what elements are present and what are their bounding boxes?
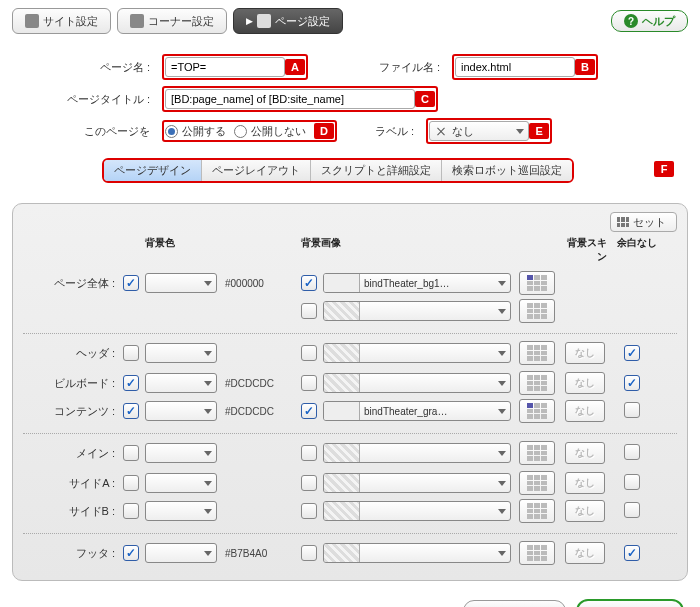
page-bgcolor-check[interactable] bbox=[123, 275, 139, 291]
cancel-button[interactable]: キャンセル bbox=[463, 600, 566, 607]
page-bgimg2-pos[interactable] bbox=[519, 299, 555, 323]
header-nomargin[interactable] bbox=[624, 345, 640, 361]
site-settings-tab[interactable]: サイト設定 bbox=[12, 8, 111, 34]
contents-bgimg-check[interactable] bbox=[301, 403, 317, 419]
main-bgimg-check[interactable] bbox=[301, 445, 317, 461]
label-value: なし bbox=[452, 124, 474, 139]
row-label-footer: フッタ : bbox=[23, 546, 123, 561]
sideB-skin[interactable] bbox=[565, 500, 605, 522]
site-icon bbox=[25, 14, 39, 28]
set-dropdown[interactable]: セット bbox=[610, 212, 677, 232]
contents-bgimg-pos[interactable] bbox=[519, 399, 555, 423]
footer-nomargin[interactable] bbox=[624, 545, 640, 561]
billboard-nomargin[interactable] bbox=[624, 375, 640, 391]
page-bgcolor-swatch[interactable] bbox=[145, 273, 217, 293]
row-label-header: ヘッダ : bbox=[23, 346, 123, 361]
radio-on-icon bbox=[165, 125, 178, 138]
sideA-skin[interactable] bbox=[565, 472, 605, 494]
header-bgcolor-check[interactable] bbox=[123, 345, 139, 361]
main-bgimg-pos[interactable] bbox=[519, 441, 555, 465]
billboard-bgcolor-text: #DCDCDC bbox=[225, 378, 301, 389]
main-bgcolor-swatch[interactable] bbox=[145, 443, 217, 463]
page-name-input[interactable] bbox=[165, 57, 285, 77]
site-tab-label: サイト設定 bbox=[43, 14, 98, 29]
contents-bgcolor-check[interactable] bbox=[123, 403, 139, 419]
tab-page-layout[interactable]: ページレイアウト bbox=[202, 160, 311, 181]
main-bgcolor-check[interactable] bbox=[123, 445, 139, 461]
tab-script-advanced[interactable]: スクリプトと詳細設定 bbox=[311, 160, 442, 181]
this-page-label: このページを bbox=[26, 124, 156, 139]
billboard-bgimg-select[interactable] bbox=[323, 373, 511, 393]
marker-c: C bbox=[415, 91, 435, 107]
page-bgimg2-check[interactable] bbox=[301, 303, 317, 319]
file-name-input[interactable] bbox=[455, 57, 575, 77]
corner-icon bbox=[130, 14, 144, 28]
sideA-bgcolor-swatch[interactable] bbox=[145, 473, 217, 493]
radio-off-icon bbox=[234, 125, 247, 138]
contents-bgcolor-swatch[interactable] bbox=[145, 401, 217, 421]
header-bgcolor-swatch[interactable] bbox=[145, 343, 217, 363]
hdr-nomargin: 余白なし bbox=[607, 236, 657, 264]
page-bgimg-pos[interactable] bbox=[519, 271, 555, 295]
sideB-bgimg-select[interactable] bbox=[323, 501, 511, 521]
tab-page-design[interactable]: ページデザイン bbox=[104, 160, 202, 181]
play-icon: ▶ bbox=[246, 16, 253, 26]
sideB-bgcolor-swatch[interactable] bbox=[145, 501, 217, 521]
sideB-bgcolor-check[interactable] bbox=[123, 503, 139, 519]
tab-robot[interactable]: 検索ロボット巡回設定 bbox=[442, 160, 572, 181]
ok-button[interactable]: O K bbox=[576, 599, 684, 607]
page-bgimg-check[interactable] bbox=[301, 275, 317, 291]
sideB-nomargin[interactable] bbox=[624, 502, 640, 518]
billboard-skin[interactable] bbox=[565, 372, 605, 394]
corner-settings-tab[interactable]: コーナー設定 bbox=[117, 8, 227, 34]
main-bgimg-select[interactable] bbox=[323, 443, 511, 463]
sideA-bgcolor-check[interactable] bbox=[123, 475, 139, 491]
billboard-bgimg-pos[interactable] bbox=[519, 371, 555, 395]
help-icon: ? bbox=[624, 14, 638, 28]
label-label: ラベル : bbox=[375, 124, 420, 139]
hdr-bgimage: 背景画像 bbox=[301, 236, 519, 264]
unpublish-radio[interactable]: 公開しない bbox=[234, 124, 306, 139]
footer-bgimg-check[interactable] bbox=[301, 545, 317, 561]
footer-bgcolor-swatch[interactable] bbox=[145, 543, 217, 563]
page-name-label: ページ名 : bbox=[26, 60, 156, 75]
label-dropdown[interactable]: なし bbox=[429, 121, 529, 141]
sideB-bgimg-pos[interactable] bbox=[519, 499, 555, 523]
marker-e: E bbox=[529, 123, 549, 139]
footer-bgimg-pos[interactable] bbox=[519, 541, 555, 565]
sideA-bgimg-select[interactable] bbox=[323, 473, 511, 493]
help-button[interactable]: ?ヘルプ bbox=[611, 10, 688, 32]
sideA-nomargin[interactable] bbox=[624, 474, 640, 490]
billboard-bgimg-check[interactable] bbox=[301, 375, 317, 391]
page-bgimg-select[interactable]: bindTheater_bg1… bbox=[323, 273, 511, 293]
sideA-bgimg-check[interactable] bbox=[301, 475, 317, 491]
footer-bgcolor-check[interactable] bbox=[123, 545, 139, 561]
header-bgimg-select[interactable] bbox=[323, 343, 511, 363]
footer-bgimg-select[interactable] bbox=[323, 543, 511, 563]
sideA-bgimg-pos[interactable] bbox=[519, 471, 555, 495]
page-bgimg2-select[interactable] bbox=[323, 301, 511, 321]
page-title-input[interactable] bbox=[165, 89, 415, 109]
corner-tab-label: コーナー設定 bbox=[148, 14, 214, 29]
billboard-bgcolor-check[interactable] bbox=[123, 375, 139, 391]
footer-skin[interactable] bbox=[565, 542, 605, 564]
row-label-sideB: サイドB : bbox=[23, 504, 123, 519]
contents-skin[interactable] bbox=[565, 400, 605, 422]
contents-nomargin[interactable] bbox=[624, 402, 640, 418]
row-label-main: メイン : bbox=[23, 446, 123, 461]
billboard-bgcolor-swatch[interactable] bbox=[145, 373, 217, 393]
unpublish-label: 公開しない bbox=[251, 124, 306, 139]
main-skin[interactable] bbox=[565, 442, 605, 464]
sideB-bgimg-check[interactable] bbox=[301, 503, 317, 519]
row-label-billboard: ビルボード : bbox=[23, 376, 123, 391]
hdr-bgskin: 背景スキン bbox=[565, 236, 607, 264]
page-settings-tab[interactable]: ▶ページ設定 bbox=[233, 8, 343, 34]
header-skin[interactable] bbox=[565, 342, 605, 364]
header-bgimg-check[interactable] bbox=[301, 345, 317, 361]
header-bgimg-pos[interactable] bbox=[519, 341, 555, 365]
contents-bgimg-select[interactable]: bindTheater_gra… bbox=[323, 401, 511, 421]
page-icon bbox=[257, 14, 271, 28]
publish-radio[interactable]: 公開する bbox=[165, 124, 226, 139]
marker-d: D bbox=[314, 123, 334, 139]
main-nomargin[interactable] bbox=[624, 444, 640, 460]
